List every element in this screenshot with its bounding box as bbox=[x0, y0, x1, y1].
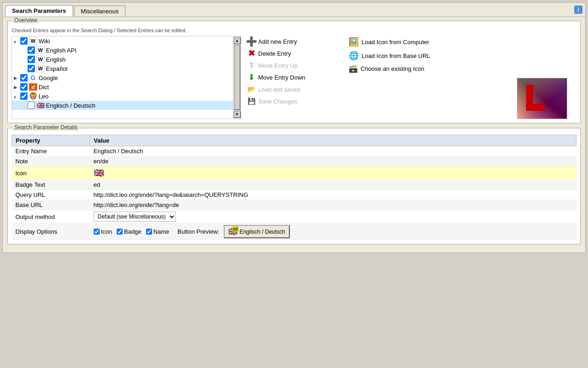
choose-existing-icon-button[interactable]: 🗃️ Choose an existing Icon bbox=[347, 63, 577, 74]
delete-entry-button[interactable]: ✖ Delete Entry bbox=[245, 48, 339, 59]
tree-item-wiki-espanol[interactable]: W Español bbox=[12, 64, 233, 73]
dict-checkbox[interactable] bbox=[20, 83, 28, 91]
icon-preview-area bbox=[347, 78, 577, 119]
tab-bar: Search Parameters Miscellaneous i bbox=[3, 3, 585, 17]
load-icon-url-button[interactable]: 🌐 Load Icon from Base URL bbox=[347, 50, 577, 62]
leo-checkbox[interactable] bbox=[20, 92, 28, 100]
svg-rect-3 bbox=[526, 104, 545, 110]
delete-entry-icon: ✖ bbox=[247, 49, 256, 58]
name-option-label[interactable]: Name bbox=[146, 228, 170, 235]
leo-englisch-flag-icon: 🇬🇧 bbox=[36, 102, 45, 109]
badge-option-checkbox[interactable] bbox=[117, 229, 123, 235]
button-preview-badge: ed bbox=[232, 226, 239, 232]
tree-list[interactable]: ▴ W Wiki W English API bbox=[12, 36, 233, 119]
prop-icon: Icon bbox=[12, 167, 90, 180]
icon-panel: 🖼️ Load Icon from Computer 🌐 Load Icon f… bbox=[342, 36, 577, 119]
prop-base-url: Base URL bbox=[12, 200, 90, 210]
icon-option-checkbox[interactable] bbox=[94, 229, 100, 235]
prop-output-method: Output method bbox=[12, 210, 90, 224]
row-output-method: Output method Default (see Miscellaneous… bbox=[12, 210, 577, 224]
move-up-button[interactable]: ⬆ Move Entry Up bbox=[245, 60, 339, 71]
wiki-english-checkbox[interactable] bbox=[28, 56, 35, 63]
load-icon-computer-button[interactable]: 🖼️ Load Icon from Computer bbox=[347, 36, 577, 48]
button-preview[interactable]: 🇬🇧 ed Englisch / Deutsch bbox=[224, 225, 289, 238]
icon-preview-svg bbox=[517, 78, 567, 119]
details-section: Search Parameter Details Property Value … bbox=[7, 128, 581, 244]
dict-label: Dict bbox=[39, 84, 49, 91]
prop-entry-name: Entry Name bbox=[12, 146, 90, 156]
move-up-icon: ⬆ bbox=[247, 61, 256, 70]
load-icon-url-label: Load Icon from Base URL bbox=[362, 52, 430, 59]
add-entry-icon: ➕ bbox=[247, 37, 256, 46]
wiki-english-api-icon: W bbox=[36, 46, 45, 54]
col-value: Value bbox=[90, 135, 577, 146]
tree-item-wiki[interactable]: ▴ W Wiki bbox=[12, 36, 233, 46]
tree-item-wiki-english[interactable]: W English bbox=[12, 55, 233, 64]
tree-panel: ▴ W Wiki W English API bbox=[11, 36, 241, 119]
val-display-options: Icon Badge Name bbox=[90, 224, 577, 240]
save-changes-button[interactable]: 💾 Save Changes bbox=[245, 96, 339, 107]
svg-rect-1 bbox=[517, 78, 567, 119]
info-icon[interactable]: i bbox=[574, 6, 582, 14]
icon-option-label[interactable]: Icon bbox=[94, 228, 113, 235]
badge-option-text: Badge bbox=[124, 228, 141, 235]
row-base-url: Base URL http://dict.leo.org/ende/?lang=… bbox=[12, 200, 577, 210]
wiki-english-api-label: English API bbox=[46, 47, 77, 54]
scroll-thumb[interactable] bbox=[234, 45, 240, 110]
tab-search-parameters[interactable]: Search Parameters bbox=[5, 5, 73, 17]
tree-item-dict[interactable]: ▶ d Dict bbox=[12, 82, 233, 92]
wiki-espanol-checkbox[interactable] bbox=[28, 65, 35, 72]
move-up-label: Move Entry Up bbox=[258, 62, 298, 69]
tab-miscellaneous[interactable]: Miscellaneous bbox=[74, 6, 125, 17]
google-checkbox[interactable] bbox=[20, 74, 28, 81]
tree-item-google[interactable]: ▶ G Google bbox=[12, 73, 233, 82]
load-icon-computer-img: 🖼️ bbox=[349, 37, 359, 47]
dict-icon: d bbox=[29, 83, 37, 91]
google-icon: G bbox=[29, 74, 37, 81]
row-badge-text: Badge Text ed bbox=[12, 180, 577, 190]
tree-item-leo-englisch[interactable]: 🇬🇧 Englisch / Deutsch bbox=[12, 101, 233, 110]
delete-entry-label: Delete Entry bbox=[258, 50, 291, 57]
wiki-icon: W bbox=[29, 37, 37, 45]
load-last-icon: 📂 bbox=[247, 85, 256, 94]
load-icon-url-img: 🌐 bbox=[349, 51, 359, 61]
tree-item-wiki-english-api[interactable]: W English API bbox=[12, 46, 233, 55]
overview-description: Checked Entries appear in the Search Dia… bbox=[11, 28, 577, 33]
leo-arrow: ▴ bbox=[14, 94, 20, 99]
name-option-checkbox[interactable] bbox=[146, 229, 152, 235]
wiki-label: Wiki bbox=[39, 38, 50, 45]
load-icon-computer-label: Load Icon from Computer bbox=[362, 39, 429, 46]
google-arrow: ▶ bbox=[14, 75, 20, 80]
tab-search-parameters-label: Search Parameters bbox=[12, 7, 66, 14]
row-entry-name: Entry Name Englisch / Deutsch bbox=[12, 146, 577, 156]
val-note: en/de bbox=[90, 156, 577, 167]
save-changes-icon: 💾 bbox=[247, 97, 256, 106]
move-down-button[interactable]: ⬇ Move Entry Down bbox=[245, 72, 339, 83]
add-entry-label: Add new Entry bbox=[258, 38, 297, 45]
details-header-row: Property Value bbox=[12, 135, 577, 146]
leo-icon: 🦁 bbox=[29, 92, 37, 100]
scroll-up-button[interactable]: ▲ bbox=[234, 37, 241, 44]
row-icon: Icon 🇬🇧 bbox=[12, 167, 577, 180]
row-note: Note en/de bbox=[12, 156, 577, 167]
tree-scrollbar: ▲ ▼ bbox=[233, 36, 241, 119]
add-entry-button[interactable]: ➕ Add new Entry bbox=[245, 36, 339, 47]
button-preview-text: Englisch / Deutsch bbox=[239, 229, 285, 235]
main-container: Search Parameters Miscellaneous i Overvi… bbox=[2, 2, 586, 253]
val-badge-text: ed bbox=[90, 180, 577, 190]
prop-display-options: Display Options bbox=[12, 224, 90, 240]
wiki-english-api-checkbox[interactable] bbox=[28, 46, 35, 54]
wiki-checkbox[interactable] bbox=[20, 37, 28, 45]
load-last-saved-button[interactable]: 📂 Load last saved bbox=[245, 84, 339, 95]
prop-badge-text: Badge Text bbox=[12, 180, 90, 190]
move-down-label: Move Entry Down bbox=[258, 74, 305, 81]
prop-query-url: Query URL bbox=[12, 190, 90, 200]
tree-item-leo[interactable]: ▴ 🦁 Leo bbox=[12, 92, 233, 101]
scroll-down-button[interactable]: ▼ bbox=[234, 111, 241, 118]
badge-option-label[interactable]: Badge bbox=[117, 228, 141, 235]
leo-englisch-checkbox[interactable] bbox=[28, 102, 35, 109]
output-method-select[interactable]: Default (see Miscellaneous)TabWindowSide… bbox=[94, 212, 176, 222]
row-display-options: Display Options Icon Badge bbox=[12, 224, 577, 240]
move-down-icon: ⬇ bbox=[247, 73, 256, 82]
leo-label: Leo bbox=[39, 93, 49, 100]
